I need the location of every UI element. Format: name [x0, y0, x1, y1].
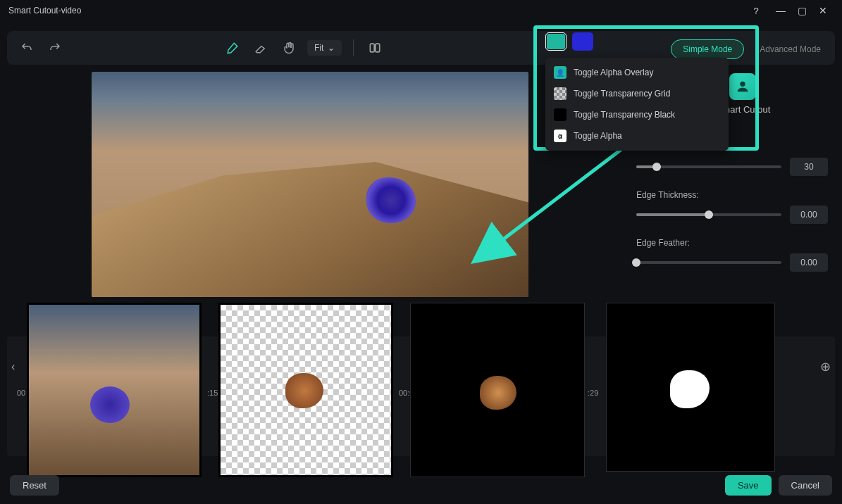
edge-feather-slider[interactable]: [636, 261, 781, 264]
timeline-tick: :15: [207, 389, 218, 397]
popup-item-alpha-overlay[interactable]: 👤Toggle Alpha Overlay: [545, 62, 729, 83]
popup-label: Toggle Transparency Grid: [574, 89, 670, 99]
undo-icon[interactable]: [17, 38, 37, 58]
overlay-color-blue[interactable]: [572, 32, 593, 51]
popup-label: Toggle Alpha: [574, 131, 622, 141]
zoom-select[interactable]: Fit⌄: [307, 40, 342, 56]
person-icon: 👤: [554, 66, 567, 79]
svg-rect-1: [376, 44, 380, 52]
popup-label: Toggle Transparency Black: [574, 110, 675, 120]
redo-icon[interactable]: [45, 38, 65, 58]
window-title: Smart Cutout-video: [8, 6, 81, 15]
smart-cutout-icon[interactable]: [729, 73, 756, 100]
compare-icon[interactable]: [365, 38, 385, 58]
tab-advanced-mode[interactable]: Advanced Mode: [748, 40, 832, 58]
edge-thickness-value[interactable]: 0.00: [790, 206, 828, 224]
popup-item-alpha[interactable]: αToggle Alpha: [545, 125, 729, 146]
preview-canvas[interactable]: [92, 72, 528, 297]
black-icon: [554, 108, 567, 121]
preview-transparency-black[interactable]: [410, 303, 585, 477]
grid-icon: [554, 87, 567, 100]
save-button[interactable]: Save: [725, 475, 772, 496]
close-icon[interactable]: ✕: [812, 5, 834, 16]
brush-icon[interactable]: [223, 38, 242, 58]
minimize-icon[interactable]: —: [770, 5, 791, 16]
edge-feather-value[interactable]: 0.00: [790, 253, 828, 272]
help-icon[interactable]: ?: [748, 6, 764, 16]
svg-point-2: [740, 82, 745, 87]
eraser-icon[interactable]: [251, 38, 271, 58]
preview-thumbnails: ‹ ⊕ 00 :15 00:0 :29: [7, 283, 835, 480]
brush-size-slider[interactable]: [636, 165, 781, 168]
popup-label: Toggle Alpha Overlay: [574, 68, 653, 77]
tab-simple-mode[interactable]: Simple Mode: [671, 39, 744, 59]
preview-transparency-grid[interactable]: [218, 303, 393, 477]
edge-feather-label: Edge Feather:: [636, 238, 828, 248]
overlay-color-green[interactable]: [545, 32, 567, 51]
overlay-popup: 👤Toggle Alpha Overlay Toggle Transparenc…: [545, 58, 729, 151]
timeline-tick: 00: [17, 389, 25, 397]
cutout-subject: [366, 177, 416, 223]
edge-thickness-slider[interactable]: [636, 213, 781, 216]
zoom-value: Fit: [314, 43, 323, 53]
cancel-button[interactable]: Cancel: [779, 475, 832, 496]
preview-alpha[interactable]: [606, 303, 775, 472]
maximize-icon[interactable]: ▢: [791, 5, 812, 16]
timeline-prev-icon[interactable]: ‹: [11, 360, 25, 374]
hand-icon[interactable]: [279, 38, 299, 58]
chevron-down-icon: ⌄: [328, 43, 335, 53]
timeline-tick: :29: [588, 389, 598, 397]
svg-rect-0: [371, 44, 375, 52]
reset-button[interactable]: Reset: [10, 475, 59, 496]
edge-thickness-label: Edge Thickness:: [636, 190, 828, 200]
preview-alpha-overlay[interactable]: [27, 303, 202, 477]
popup-item-transparency-grid[interactable]: Toggle Transparency Grid: [545, 83, 729, 104]
brush-size-value[interactable]: 30: [790, 158, 828, 176]
timeline-zoom-in-icon[interactable]: ⊕: [820, 359, 831, 374]
popup-item-transparency-black[interactable]: Toggle Transparency Black: [545, 104, 729, 125]
alpha-icon: α: [554, 130, 567, 142]
